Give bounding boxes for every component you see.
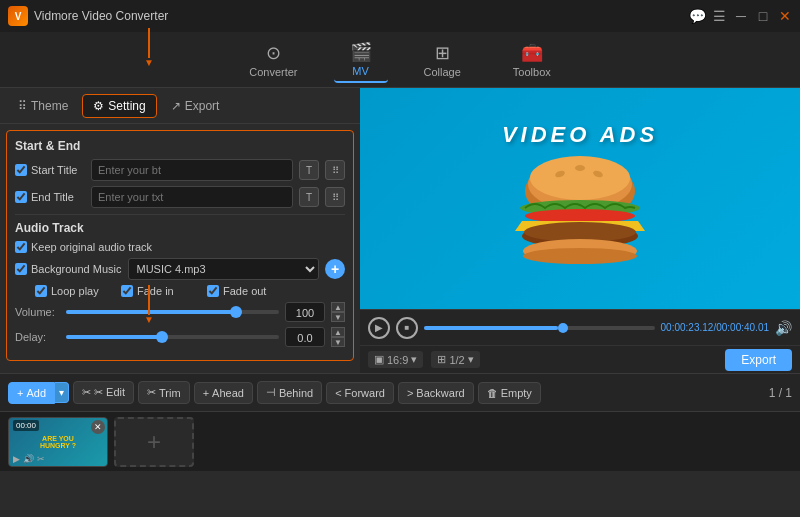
play-button[interactable]: ▶ bbox=[368, 317, 390, 339]
toolbox-icon: 🧰 bbox=[521, 42, 543, 64]
end-title-grid-btn[interactable]: ⠿ bbox=[325, 187, 345, 207]
collage-icon: ⊞ bbox=[435, 42, 450, 64]
converter-icon: ⊙ bbox=[266, 42, 281, 64]
volume-spinner[interactable]: ▲ ▼ bbox=[331, 302, 345, 322]
delay-row: Delay: 0.0 ▲ ▼ bbox=[15, 327, 345, 347]
add-dropdown-btn[interactable]: ▾ bbox=[55, 382, 69, 403]
svg-point-2 bbox=[530, 156, 630, 200]
tab-setting[interactable]: ⚙ Setting bbox=[82, 94, 156, 118]
tab-collage[interactable]: ⊞ Collage bbox=[408, 38, 477, 82]
playback-bar: ▶ ■ 00:00:23.12/00:00:40.01 🔊 bbox=[360, 309, 800, 345]
collage-label: Collage bbox=[424, 66, 461, 78]
end-title-checkbox[interactable] bbox=[15, 191, 27, 203]
page-value: 1/2 bbox=[449, 354, 464, 366]
chat-icon[interactable]: 💬 bbox=[690, 9, 704, 23]
tab-converter[interactable]: ⊙ Converter bbox=[233, 38, 313, 82]
empty-button[interactable]: 🗑 Empty bbox=[478, 382, 541, 404]
volume-icon[interactable]: 🔊 bbox=[775, 320, 792, 336]
add-music-button[interactable]: + bbox=[325, 259, 345, 279]
mv-icon: 🎬 bbox=[350, 41, 372, 63]
loop-play-checkbox[interactable] bbox=[35, 285, 47, 297]
start-title-checkbox-label[interactable]: Start Title bbox=[15, 164, 85, 176]
loop-play-label[interactable]: Loop play bbox=[35, 285, 105, 297]
settings-panel: Start & End Start Title T ⠿ End Title T … bbox=[6, 130, 354, 361]
backward-button[interactable]: > Backward bbox=[398, 382, 474, 404]
end-title-checkbox-label[interactable]: End Title bbox=[15, 191, 85, 203]
app-title: Vidmore Video Converter bbox=[34, 9, 168, 23]
main-layout: ⠿ Theme ⚙ Setting ↗ Export Start & End S… bbox=[0, 88, 800, 373]
delay-thumb[interactable] bbox=[156, 331, 168, 343]
ratio-button[interactable]: ▣ 16:9 ▾ bbox=[368, 351, 423, 368]
volume-thumb[interactable] bbox=[230, 306, 242, 318]
delay-spinner[interactable]: ▲ ▼ bbox=[331, 327, 345, 347]
keep-original-label[interactable]: Keep original audio track bbox=[15, 241, 152, 253]
volume-up-btn[interactable]: ▲ bbox=[331, 302, 345, 312]
progress-thumb[interactable] bbox=[558, 323, 568, 333]
start-title-input[interactable] bbox=[91, 159, 293, 181]
svg-point-11 bbox=[523, 248, 637, 264]
ahead-button[interactable]: + Ahead bbox=[194, 382, 253, 404]
timeline-clip-1[interactable]: ARE YOUHUNGRY ? 00:00 ✕ ▶ 🔊 ✂ bbox=[8, 417, 108, 467]
volume-down-btn[interactable]: ▼ bbox=[331, 312, 345, 322]
page-button[interactable]: ⊞ 1/2 ▾ bbox=[431, 351, 479, 368]
start-title-checkbox[interactable] bbox=[15, 164, 27, 176]
left-panel: ⠿ Theme ⚙ Setting ↗ Export Start & End S… bbox=[0, 88, 360, 373]
preview-title: VIDEO ADS bbox=[502, 122, 658, 148]
preview-area: VIDEO ADS bbox=[360, 88, 800, 309]
export-button[interactable]: Export bbox=[725, 349, 792, 371]
add-clip-button[interactable]: + bbox=[114, 417, 194, 467]
forward-label: Forward bbox=[345, 387, 385, 399]
title-bar: V Vidmore Video Converter 💬 ☰ ─ □ ✕ bbox=[0, 0, 800, 32]
delay-down-btn[interactable]: ▼ bbox=[331, 337, 345, 347]
trim-button[interactable]: ✂ Trim bbox=[138, 381, 190, 404]
close-button[interactable]: ✕ bbox=[778, 9, 792, 23]
music-select[interactable]: MUSIC 4.mp3 bbox=[128, 258, 320, 280]
edit-button[interactable]: ✂ ✂ Edit bbox=[73, 381, 134, 404]
mv-label: MV bbox=[352, 65, 369, 77]
fade-out-label[interactable]: Fade out bbox=[207, 285, 277, 297]
fade-in-label[interactable]: Fade in bbox=[121, 285, 191, 297]
fade-in-checkbox[interactable] bbox=[121, 285, 133, 297]
delay-slider[interactable] bbox=[66, 335, 279, 339]
svg-point-4 bbox=[575, 165, 585, 171]
tab-toolbox[interactable]: 🧰 Toolbox bbox=[497, 38, 567, 82]
forward-button[interactable]: < Forward bbox=[326, 382, 394, 404]
add-button[interactable]: + Add bbox=[8, 382, 55, 404]
playback-info: ▣ 16:9 ▾ ⊞ 1/2 ▾ Export bbox=[360, 345, 800, 373]
svg-point-7 bbox=[525, 209, 635, 223]
cut-small-icon: ✂ bbox=[37, 454, 45, 464]
maximize-button[interactable]: □ bbox=[756, 9, 770, 23]
tab-export[interactable]: ↗ Export bbox=[161, 95, 230, 117]
theme-label: Theme bbox=[31, 99, 68, 113]
fade-out-checkbox[interactable] bbox=[207, 285, 219, 297]
volume-slider[interactable] bbox=[66, 310, 279, 314]
bg-music-checkbox-label[interactable]: Background Music bbox=[15, 263, 122, 275]
export-label: Export bbox=[185, 99, 220, 113]
add-label: Add bbox=[26, 387, 46, 399]
ahead-label: Ahead bbox=[212, 387, 244, 399]
end-title-input[interactable] bbox=[91, 186, 293, 208]
window-controls: 💬 ☰ ─ □ ✕ bbox=[690, 9, 792, 23]
setting-icon: ⚙ bbox=[93, 99, 104, 113]
progress-bar[interactable] bbox=[424, 326, 655, 330]
start-title-grid-btn[interactable]: ⠿ bbox=[325, 160, 345, 180]
menu-icon[interactable]: ☰ bbox=[712, 9, 726, 23]
keep-original-checkbox[interactable] bbox=[15, 241, 27, 253]
right-panel: VIDEO ADS bbox=[360, 88, 800, 373]
bg-music-checkbox[interactable] bbox=[15, 263, 27, 275]
minimize-button[interactable]: ─ bbox=[734, 9, 748, 23]
stop-button[interactable]: ■ bbox=[396, 317, 418, 339]
converter-label: Converter bbox=[249, 66, 297, 78]
bg-music-row: Background Music MUSIC 4.mp3 + bbox=[15, 258, 345, 280]
tab-theme[interactable]: ⠿ Theme bbox=[8, 95, 78, 117]
burger-image bbox=[500, 156, 660, 276]
end-title-font-btn[interactable]: T bbox=[299, 187, 319, 207]
timeline-close-btn[interactable]: ✕ bbox=[91, 420, 105, 434]
timeline-icons: ▶ 🔊 ✂ bbox=[13, 454, 45, 464]
page-count: 1 / 1 bbox=[769, 386, 792, 400]
backward-label: Backward bbox=[416, 387, 464, 399]
behind-button[interactable]: ⊣ Behind bbox=[257, 381, 322, 404]
delay-up-btn[interactable]: ▲ bbox=[331, 327, 345, 337]
start-title-font-btn[interactable]: T bbox=[299, 160, 319, 180]
tab-mv[interactable]: 🎬 MV bbox=[334, 37, 388, 83]
